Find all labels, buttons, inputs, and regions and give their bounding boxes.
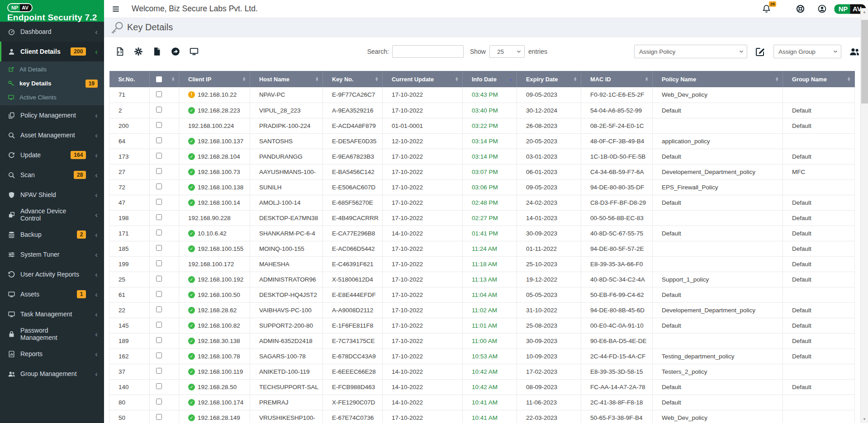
cell-checkbox <box>150 348 179 364</box>
column-header-info-date[interactable]: Info Date▲▼ <box>463 71 517 87</box>
sidebar-item-backup[interactable]: Backup2‹ <box>0 225 104 244</box>
column-header-host-name[interactable]: Host Name▲▼ <box>250 71 323 87</box>
sort-arrows-icon: ▲▼ <box>775 77 779 82</box>
apply-policy-edit-icon[interactable] <box>755 46 766 57</box>
monitor-icon <box>8 291 15 298</box>
sidebar-item-all-details[interactable]: All Details <box>0 62 104 76</box>
sidebar-item-task-management[interactable]: Task Management‹ <box>0 304 104 324</box>
row-checkbox[interactable] <box>156 260 162 266</box>
column-header-policy-name[interactable]: Policy Name▲▼ <box>653 71 783 87</box>
cell-sr: 80 <box>109 395 150 410</box>
cell-policy-name: Default <box>653 103 783 118</box>
row-checkbox[interactable] <box>156 107 162 113</box>
sidebar-item-active-clients[interactable]: Active Clients <box>0 90 104 104</box>
row-checkbox[interactable] <box>156 91 162 97</box>
help-lifebuoy-icon[interactable] <box>796 4 805 14</box>
sidebar-item-advance-device-control[interactable]: Advance Device Control‹ <box>0 205 104 225</box>
sidebar-item-client-details[interactable]: Client Details200‹ <box>0 42 104 61</box>
cell-group-name <box>783 133 855 149</box>
column-header-client-ip[interactable]: Client IP▲▼ <box>179 71 250 87</box>
sidebar-item-asset-management[interactable]: Asset Management‹ <box>0 125 104 145</box>
sidebar-item-scan[interactable]: Scan28‹ <box>0 165 104 185</box>
vertical-scrollbar[interactable]: ▲ ▼ <box>860 8 868 423</box>
column-header-group-name[interactable]: Group Name▲▼ <box>783 71 855 87</box>
row-checkbox[interactable] <box>156 337 162 343</box>
row-checkbox[interactable] <box>156 352 162 358</box>
column-header-sr-no[interactable]: Sr.No. <box>109 71 150 87</box>
row-checkbox[interactable] <box>156 199 162 205</box>
row-checkbox[interactable] <box>156 137 162 143</box>
sidebar-submenu: All Detailskey Details19Active Clients <box>0 61 104 105</box>
page-size-select[interactable]: 25 <box>489 45 525 58</box>
row-checkbox[interactable] <box>156 306 162 312</box>
row-checkbox[interactable] <box>156 414 162 420</box>
apply-group-users-icon[interactable] <box>849 46 860 57</box>
sidebar-item-key-details[interactable]: key Details19 <box>0 76 104 90</box>
row-checkbox[interactable] <box>156 291 162 297</box>
column-header-expiry-date[interactable]: Expiry Date▲▼ <box>517 71 581 87</box>
sidebar-item-assets[interactable]: Assets1‹ <box>0 284 104 304</box>
sidebar-item-group-management[interactable]: Group Management‹ <box>0 364 104 384</box>
row-checkbox[interactable] <box>156 368 162 374</box>
sidebar-item-reports[interactable]: Reports‹ <box>0 344 104 364</box>
sidebar-item-policy-management[interactable]: Policy Management‹ <box>0 105 104 125</box>
cell-group-name: Default <box>783 226 855 241</box>
scroll-down-arrow-icon[interactable]: ▼ <box>861 415 868 423</box>
row-checkbox[interactable] <box>156 399 162 404</box>
scrollbar-thumb[interactable] <box>861 20 868 103</box>
scroll-up-arrow-icon[interactable]: ▲ <box>861 8 868 16</box>
file-icon[interactable] <box>152 47 162 56</box>
cell-policy-name: Web_Dev_policy <box>653 410 783 423</box>
sidebar-item-label: key Details <box>19 80 52 87</box>
monitor-icon[interactable] <box>189 47 199 56</box>
search-input[interactable] <box>392 45 464 58</box>
row-checkbox[interactable] <box>156 214 162 220</box>
row-checkbox[interactable] <box>156 383 162 389</box>
column-header-key-no[interactable]: Key No.▲▼ <box>323 71 383 87</box>
share-icon[interactable] <box>171 47 180 56</box>
cell-info-date: 10:53 AM <box>463 348 517 364</box>
sidebar-item-password-management[interactable]: Password Management‹ <box>0 324 104 344</box>
file-code-icon[interactable] <box>115 47 125 56</box>
assign-policy-select[interactable]: Assign Policy <box>634 45 747 58</box>
cell-info-date: 11:01 AM <box>463 318 517 333</box>
sidebar-item-update[interactable]: Update164‹ <box>0 145 104 165</box>
row-checkbox[interactable] <box>156 168 162 174</box>
sidebar-item-system-tuner[interactable]: System Tuner‹ <box>0 244 104 264</box>
row-checkbox[interactable] <box>156 183 162 189</box>
sidebar-item-npav-shield[interactable]: NPAV Shield‹ <box>0 185 104 205</box>
column-header-current-update[interactable]: Current Update▲▼ <box>383 71 463 87</box>
menu-icon[interactable] <box>111 5 120 14</box>
cell-expiry-date: 22-03-2023 <box>517 410 581 423</box>
cell-policy-name: Default <box>653 226 783 241</box>
cell-current-update: 17-10-2022 <box>383 210 463 226</box>
row-checkbox[interactable] <box>156 230 162 235</box>
cell-client-ip: ✓192.168.100.73 <box>179 164 250 179</box>
chevron-left-icon: ‹ <box>95 48 98 56</box>
column-label: Current Update <box>392 76 434 83</box>
column-label: Sr.No. <box>119 76 135 83</box>
sidebar-item-label: Active Clients <box>19 94 57 101</box>
table-row: 173✓192.168.28.104PANDURANGGE-9EA67823B3… <box>109 149 855 164</box>
assign-group-select[interactable]: Assign Group <box>773 45 841 58</box>
row-checkbox[interactable] <box>156 245 162 251</box>
table-body: 71!192.168.10.22NPAV-PCE-9F77CA26C717-10… <box>109 87 855 423</box>
cell-key-no: E-1F6FE811F8 <box>323 318 383 333</box>
cell-current-update: 17-10-2022 <box>383 318 463 333</box>
select-all-checkbox[interactable] <box>156 76 162 82</box>
cell-client-ip: ✓192.168.100.14 <box>179 195 250 210</box>
sidebar-item-user-activity-reports[interactable]: User Activity Reports‹ <box>0 264 104 284</box>
row-checkbox[interactable] <box>156 153 162 159</box>
row-checkbox[interactable] <box>156 276 162 282</box>
row-checkbox[interactable] <box>156 122 162 128</box>
cell-group-name: Default <box>783 241 855 256</box>
user-profile-icon[interactable] <box>817 4 827 14</box>
cell-group-name <box>783 364 855 379</box>
cell-checkbox <box>150 410 179 423</box>
chevron-left-icon: ‹ <box>95 132 98 139</box>
column-header-checkbox[interactable]: ▲▼ <box>150 71 179 87</box>
column-header-mac-id[interactable]: MAC ID▲▼ <box>581 71 653 87</box>
sidebar-item-dashboard[interactable]: Dashboard‹ <box>0 22 104 42</box>
row-checkbox[interactable] <box>156 322 162 328</box>
gear-icon[interactable] <box>133 47 143 56</box>
